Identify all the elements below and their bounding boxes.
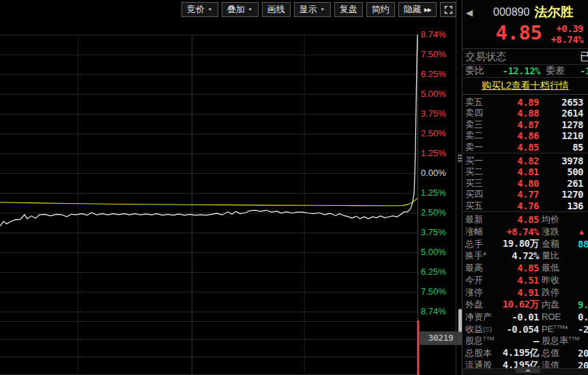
stat-label: 昨收	[539, 274, 572, 286]
price-change: +0.39 +8.74%	[550, 22, 583, 45]
chevron-down-icon: ▼	[248, 7, 253, 12]
fullscreen-button[interactable]	[440, 2, 456, 17]
y-axis-tick: 1.25%	[421, 148, 460, 159]
toolbar-button-label: 简约	[372, 3, 389, 16]
buy-level-3[interactable]: 买三 4.80 261	[462, 177, 588, 188]
stat-value: -2	[572, 324, 588, 335]
chart-region: 竞价 ▼ 叠加 ▼ 画线 显示 ▼ 复盘 简约 隐藏 ▶▶ 8.7	[0, 0, 462, 375]
buy-l2-link[interactable]: 购买L2查看十档行情	[482, 80, 569, 92]
buy-level-4[interactable]: 买四 4.77 1270	[462, 188, 588, 199]
stock-code: 000890	[493, 6, 529, 18]
toolbar-button-display[interactable]: 显示 ▼	[294, 2, 331, 17]
stat-value: —	[499, 335, 539, 346]
stat-label: PETTM*	[539, 324, 572, 334]
toolbar-button-label: 显示	[299, 3, 317, 16]
trading-status-row: 交易状态 已	[462, 49, 588, 65]
price-line	[0, 35, 417, 226]
y-axis-tick: 8.74%	[421, 29, 460, 40]
y-axis-tick: 0.00%	[421, 168, 460, 179]
l2-promo-row: 购买L2查看十档行情	[462, 78, 588, 95]
stat-value: -0.01	[499, 312, 539, 322]
level-volume: 261	[539, 178, 583, 189]
stat-row-net-asset: 净资产 -0.01 ROE 0.	[462, 311, 588, 323]
stat-row-limit-up: 涨停 4.91 跌停	[462, 286, 588, 299]
stat-label: 今开	[465, 274, 499, 286]
stat-label: 总值	[539, 347, 572, 359]
y-axis-tick: 7.50%	[421, 49, 460, 60]
toolbar-button-replay[interactable]: 复盘	[334, 2, 363, 17]
stat-label: 涨跌	[539, 226, 572, 238]
double-right-arrow-icon: ▶▶	[424, 7, 431, 13]
intraday-chart[interactable]	[0, 0, 462, 375]
sell-level-1[interactable]: 卖一 4.85 85	[462, 141, 588, 152]
stat-value: 4.85	[499, 214, 539, 225]
chevron-down-icon: ▼	[320, 7, 325, 12]
buy-level-5[interactable]: 买五 4.76 136	[462, 200, 588, 211]
stat-value: +8.74%	[499, 226, 539, 237]
stat-value: 4.72%	[499, 250, 539, 261]
collapse-panel-tab[interactable]	[516, 367, 540, 373]
commission-ratio-row: 委比 -12.12% 委差 -1	[462, 65, 588, 78]
stat-label: 最低	[539, 262, 572, 274]
stat-label: 净资产	[465, 311, 499, 323]
stat-value: 20.3	[572, 348, 588, 359]
expand-icon	[444, 5, 453, 14]
stat-label: 换手*	[465, 250, 499, 262]
stat-value: ▲	[572, 228, 588, 236]
level-label: 卖五	[465, 96, 493, 108]
stat-label: 股息TTM	[465, 335, 499, 347]
toolbar-button-drawline[interactable]: 画线	[262, 2, 291, 17]
volume-bar	[417, 320, 420, 375]
stat-label: 金额	[539, 238, 572, 250]
stats-grid: 最新 4.85 均价 涨幅 +8.74% 涨跌 ▲ 总手 19.80万 金额 8…	[462, 212, 588, 372]
level-volume: 1210	[539, 130, 583, 141]
stat-value: 4.85	[499, 262, 539, 273]
level-price: 4.76	[493, 200, 539, 211]
collapse-up-icon	[525, 369, 531, 372]
level-volume: 1270	[539, 189, 583, 200]
stat-row-dividend: 股息TTM — 股息率TTM	[462, 335, 588, 347]
y-axis-tick: 6.25%	[421, 267, 460, 278]
change-percent: +8.74%	[550, 34, 583, 45]
level-volume: 85	[539, 142, 583, 153]
level-price: 4.88	[493, 108, 539, 119]
buy-levels: 买一 4.82 3978 买二 4.81 500 买三 4.80 261 买四 …	[462, 153, 588, 212]
toolbar-button-label: 画线	[267, 3, 285, 16]
stock-name: 法尔胜	[534, 3, 573, 21]
level-price: 4.82	[493, 155, 539, 166]
level-label: 买四	[465, 188, 493, 200]
level-volume: 3978	[539, 155, 583, 166]
level-volume: 2653	[539, 97, 583, 108]
stat-row-change: 涨幅 +8.74% 涨跌 ▲	[462, 226, 588, 238]
stat-value: 19.80万	[499, 238, 539, 250]
stat-value: 9.1	[572, 299, 588, 310]
toolbar-button-overlay[interactable]: 叠加 ▼	[222, 2, 259, 17]
sell-level-4[interactable]: 卖四 4.88 2614	[462, 107, 588, 118]
buy-level-1[interactable]: 买一 4.82 3978	[462, 155, 588, 166]
stat-value: 4.51	[499, 275, 539, 286]
level-label: 买一	[465, 155, 493, 167]
panel-splitter	[456, 0, 462, 375]
quote-panel: ◀ 000890 法尔胜 4.85 +0.39 +8.74% 交易状态 已 委比…	[462, 0, 588, 375]
toolbar-button-simple[interactable]: 简约	[366, 2, 395, 17]
stat-label: 最新	[465, 213, 499, 226]
buy-level-2[interactable]: 买二 4.81 500	[462, 166, 588, 177]
level-price: 4.81	[493, 166, 539, 177]
level-volume: 136	[539, 200, 583, 211]
y-axis-tick: 3.75%	[421, 108, 460, 119]
sell-level-2[interactable]: 卖二 4.86 1210	[462, 130, 588, 140]
sell-level-3[interactable]: 卖三 4.87 1278	[462, 119, 588, 130]
stat-label: 外盘	[465, 299, 499, 311]
stat-label: 均价	[539, 213, 572, 226]
toolbar-button-bidding[interactable]: 竞价 ▼	[181, 2, 218, 17]
stat-label: 涨幅	[465, 226, 499, 238]
weibi-label: 委比	[465, 65, 493, 77]
stat-row-eps: 收益㈢ -0.054 PETTM* -2	[462, 323, 588, 335]
sell-level-5[interactable]: 卖五 4.89 2653	[462, 96, 588, 107]
trading-status-value: 已	[580, 50, 588, 63]
level-label: 卖二	[465, 130, 493, 142]
change-value: +0.39	[556, 23, 583, 34]
stat-value: 884	[572, 239, 588, 250]
back-icon[interactable]: ◀	[466, 7, 473, 18]
toolbar-button-hide[interactable]: 隐藏 ▶▶	[398, 2, 437, 17]
